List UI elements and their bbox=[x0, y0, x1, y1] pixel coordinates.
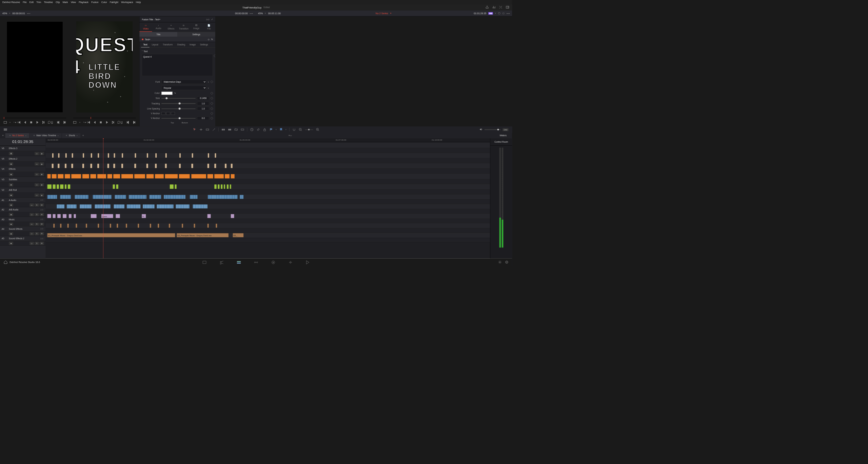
mark-in-icon[interactable] bbox=[51, 121, 54, 124]
menu-clip[interactable]: Clip bbox=[56, 1, 60, 3]
font-weight-select[interactable]: Regular bbox=[161, 86, 206, 90]
tl-go-out-icon[interactable] bbox=[133, 121, 136, 124]
home-icon[interactable] bbox=[4, 260, 8, 265]
chevron-down-icon[interactable]: ▾ bbox=[77, 135, 78, 137]
text-input[interactable] bbox=[142, 54, 213, 76]
menu-fusion[interactable]: Fusion bbox=[91, 1, 98, 3]
timeline-ruler[interactable]: 01:00:00:00 01:02:30:00 01:05:00:00 01:0… bbox=[46, 138, 490, 142]
insert-icon[interactable] bbox=[221, 128, 225, 132]
snap-icon[interactable] bbox=[292, 128, 296, 132]
tl-play-icon[interactable] bbox=[105, 121, 108, 124]
track-header-a3[interactable]: A3Music2.0 bbox=[0, 217, 46, 222]
close-icon[interactable]: × bbox=[9, 134, 11, 137]
timeline-canvas[interactable]: QUEST 4 LITTLE BIRD DOWN bbox=[76, 21, 133, 113]
chevron-down-icon[interactable]: ▾ bbox=[58, 135, 59, 137]
first-frame-icon[interactable] bbox=[18, 121, 21, 124]
blade-tool-icon[interactable] bbox=[212, 128, 216, 132]
inspector-tab-transition[interactable]: ⧉Transition bbox=[177, 22, 190, 32]
close-icon[interactable]: × bbox=[66, 134, 67, 137]
source-mode-icon[interactable] bbox=[4, 121, 7, 124]
prev-frame-icon[interactable] bbox=[24, 121, 27, 124]
mute-button[interactable]: M bbox=[40, 232, 44, 235]
inspector-keyframe-icon[interactable]: ◇◇ bbox=[206, 18, 209, 21]
track-header-v4[interactable]: V4Effects bbox=[0, 166, 46, 172]
lock-icon[interactable] bbox=[9, 152, 13, 155]
text-collapse[interactable]: ˅ Text bbox=[142, 49, 213, 54]
inspector-tab-image[interactable]: 🖼Image bbox=[190, 22, 202, 32]
inspector-tab-effects[interactable]: ✦Effects bbox=[165, 22, 177, 32]
track-header-a1[interactable]: A1A Audio2.0 bbox=[0, 198, 46, 203]
auto-select-button[interactable]: ▭ bbox=[29, 203, 34, 206]
track-enable-button[interactable]: ◉ bbox=[40, 183, 44, 186]
menu-trim[interactable]: Trim bbox=[36, 1, 41, 3]
subtab-image[interactable]: Image bbox=[188, 42, 198, 47]
fullscreen-icon[interactable] bbox=[499, 5, 502, 9]
loop-icon[interactable]: ◯ bbox=[498, 12, 500, 15]
match-frame-icon[interactable]: ‹ ● › bbox=[14, 121, 18, 124]
timeline-mode-icon[interactable] bbox=[73, 121, 76, 124]
lock-icon[interactable] bbox=[9, 162, 13, 165]
inspector-tab-video[interactable]: ▭Video bbox=[139, 22, 152, 32]
lock-icon[interactable] bbox=[9, 222, 13, 225]
linespacing-kf-icon[interactable] bbox=[211, 107, 213, 110]
menu-view[interactable]: View bbox=[71, 1, 76, 3]
solo-button[interactable]: S bbox=[35, 242, 39, 245]
auto-select-button[interactable]: ▭ bbox=[29, 213, 34, 216]
inspector-section-header[interactable]: Text+ ◇ ↻ bbox=[139, 37, 215, 42]
source-timecode[interactable]: 00:00:00:01 bbox=[13, 12, 25, 15]
track-header-a2[interactable]: A2A/B Audio2.0 bbox=[0, 207, 46, 212]
timeline-zoom[interactable]: 45% bbox=[258, 12, 263, 15]
mute-button[interactable]: M bbox=[40, 203, 44, 206]
add-timeline-tab[interactable]: + bbox=[81, 134, 85, 137]
timeline-scrubber[interactable] bbox=[73, 118, 136, 118]
tl-go-in-icon[interactable] bbox=[126, 121, 130, 124]
size-slider[interactable] bbox=[161, 98, 196, 99]
solo-button[interactable]: S bbox=[35, 232, 39, 235]
chevron-down-icon[interactable]: ▾ bbox=[25, 135, 26, 137]
track-enable-button[interactable]: ◉ bbox=[40, 162, 44, 165]
menu-edit[interactable]: Edit bbox=[29, 1, 34, 3]
zoom-out-icon[interactable] bbox=[299, 128, 302, 132]
tracking-input[interactable] bbox=[197, 102, 209, 105]
menu-file[interactable]: File bbox=[23, 1, 26, 3]
link-icon[interactable] bbox=[256, 128, 260, 132]
auto-select-button[interactable]: ▭ bbox=[29, 232, 34, 235]
fit-to-fill-icon[interactable] bbox=[240, 128, 244, 132]
dim-button[interactable]: DIM bbox=[502, 128, 509, 131]
close-icon[interactable]: × bbox=[33, 134, 35, 137]
loop-playback-icon[interactable] bbox=[47, 121, 51, 124]
edit-page-icon[interactable] bbox=[237, 260, 241, 265]
lock-icon[interactable] bbox=[9, 173, 13, 176]
tracking-slider[interactable] bbox=[161, 103, 196, 104]
eyedropper-icon[interactable]: ✎ bbox=[174, 92, 176, 95]
mute-button[interactable]: M bbox=[40, 222, 44, 225]
menu-color[interactable]: Color bbox=[101, 1, 107, 3]
source-scrubber[interactable] bbox=[4, 118, 66, 118]
color-swatch[interactable] bbox=[161, 92, 173, 95]
section-kf-icon[interactable]: ◇ bbox=[208, 38, 210, 41]
match-frame-tl-icon[interactable]: ‹ ● › bbox=[83, 121, 87, 124]
menu-fairlight[interactable]: Fairlight bbox=[110, 1, 118, 3]
playhead[interactable] bbox=[103, 138, 103, 258]
chart-icon[interactable] bbox=[492, 5, 496, 9]
linespacing-slider[interactable] bbox=[161, 108, 196, 109]
vanchor-grid[interactable] bbox=[161, 112, 175, 115]
inspector-tab-file[interactable]: 📄File bbox=[203, 22, 215, 32]
lock-icon[interactable] bbox=[9, 242, 13, 245]
deliver-page-icon[interactable] bbox=[305, 260, 310, 265]
tracking-kf-icon[interactable] bbox=[211, 102, 213, 105]
track-header-v3[interactable]: V3Subtitles bbox=[0, 177, 46, 183]
stop-icon[interactable] bbox=[29, 121, 33, 124]
size-kf-icon[interactable] bbox=[211, 97, 213, 100]
render-cache-icon[interactable]: ▢ bbox=[502, 12, 505, 15]
arrow-tool-icon[interactable] bbox=[193, 128, 196, 132]
flag-icon[interactable] bbox=[269, 128, 273, 132]
auto-select-button[interactable]: ▭ bbox=[35, 152, 39, 155]
vanchor-kf-icon[interactable] bbox=[211, 112, 213, 115]
go-out-icon[interactable] bbox=[63, 121, 66, 124]
timeline-view-icon[interactable] bbox=[4, 128, 7, 132]
tl-prev-frame-icon[interactable] bbox=[93, 121, 96, 124]
track-header-v2[interactable]: V2A/B Roll bbox=[0, 187, 46, 193]
auto-select-button[interactable]: ▭ bbox=[35, 194, 39, 197]
tl-mark-in-icon[interactable] bbox=[120, 121, 123, 124]
